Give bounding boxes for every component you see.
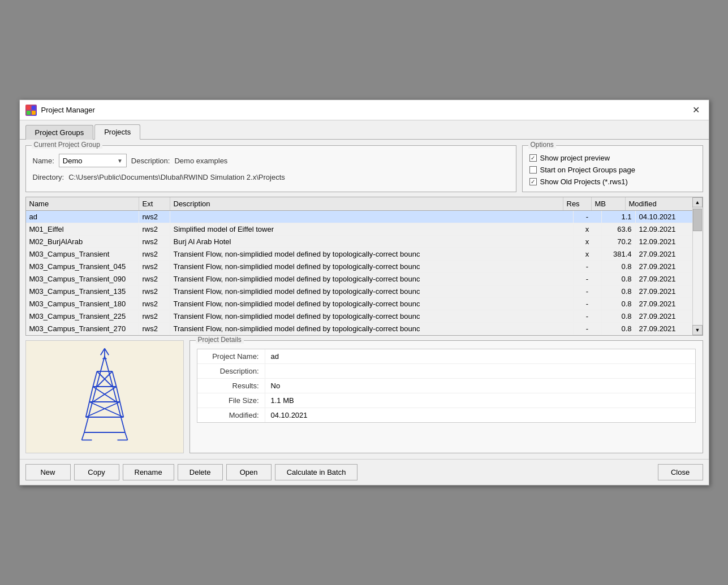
detail-value: 1.1 MB [265, 393, 695, 408]
cell-description: Burj Al Arab Hotel [170, 236, 574, 248]
table-row[interactable]: M03_Campus_Transient_090 rws2 Transient … [26, 273, 692, 285]
cell-res: - [574, 323, 602, 335]
cell-name: M02_BurjAlArab [26, 236, 139, 248]
cell-mb: 70.2 [602, 236, 636, 248]
cell-name: ad [26, 211, 139, 223]
description-value: Demo examples [174, 157, 227, 165]
new-button[interactable]: New [25, 464, 71, 480]
cell-ext: rws2 [139, 211, 170, 223]
cell-mb: 0.8 [602, 285, 636, 297]
svg-line-28 [125, 432, 128, 440]
directory-value: C:\Users\Public\Documents\Dlubal\RWIND S… [68, 173, 285, 181]
cell-modified: 27.09.2021 [636, 310, 692, 322]
svg-rect-1 [32, 106, 36, 110]
cell-ext: rws2 [139, 223, 170, 235]
cell-ext: rws2 [139, 261, 170, 272]
name-row: Name: Demo ▼ Description: Demo examples [33, 154, 509, 167]
cell-res: - [574, 211, 602, 223]
cell-res: - [574, 298, 602, 310]
table-scrollbar[interactable]: ▲ ▼ [692, 197, 703, 335]
svg-line-13 [89, 387, 93, 402]
scroll-up-button[interactable]: ▲ [692, 197, 703, 207]
directory-label: Directory: [33, 173, 64, 181]
table-row[interactable]: M03_Campus_Transient_045 rws2 Transient … [26, 261, 692, 273]
start-groups-checkbox[interactable] [529, 166, 537, 174]
col-res: Res [563, 197, 592, 210]
cell-ext: rws2 [139, 248, 170, 260]
table-row[interactable]: ad rws2 - 1.1 04.10.2021 [26, 211, 692, 223]
cell-description: Simplified model of Eiffel tower [170, 223, 574, 235]
cell-name: M03_Campus_Transient_180 [26, 298, 139, 310]
col-description: Description [170, 197, 563, 210]
svg-rect-0 [27, 106, 31, 110]
button-bar: New Copy Rename Delete Open Calculate in… [20, 459, 709, 485]
table-row[interactable]: M03_Campus_Transient_180 rws2 Transient … [26, 298, 692, 310]
table-row[interactable]: M01_Eiffel rws2 Simplified model of Eiff… [26, 223, 692, 236]
cell-res: x [574, 248, 602, 260]
detail-value: ad [265, 349, 695, 363]
detail-value: 04.10.2021 [265, 408, 695, 422]
scroll-down-button[interactable]: ▼ [692, 325, 703, 335]
current-project-form: Name: Demo ▼ Description: Demo examples … [33, 154, 509, 181]
cell-res: - [574, 273, 602, 285]
show-old-checkbox[interactable] [529, 178, 537, 185]
description-label: Description: [131, 157, 170, 165]
cell-mb: 0.8 [602, 310, 636, 322]
cell-description: Transient Flow, non-simplidied model def… [170, 310, 574, 322]
window-close-button[interactable]: ✕ [690, 103, 703, 117]
cell-description: Transient Flow, non-simplidied model def… [170, 285, 574, 297]
project-details-title: Project Details [196, 336, 244, 344]
svg-line-11 [93, 371, 97, 387]
detail-label: File Size: [197, 393, 265, 408]
col-name: Name [26, 197, 139, 210]
cell-mb: 1.1 [602, 211, 636, 223]
col-modified: Modified [626, 197, 682, 210]
tab-project-groups[interactable]: Project Groups [25, 125, 94, 140]
copy-button[interactable]: Copy [74, 464, 119, 480]
current-project-group-title: Current Project Group [32, 141, 102, 149]
project-details-box: Project Details Project Name: ad Descrip… [189, 340, 703, 453]
svg-line-14 [116, 387, 119, 402]
tab-projects[interactable]: Projects [94, 124, 140, 140]
detail-label: Results: [197, 379, 265, 393]
svg-line-27 [81, 432, 84, 440]
svg-line-25 [100, 349, 104, 356]
current-project-group-box: Current Project Group Name: Demo ▼ Descr… [25, 145, 516, 192]
cell-modified: 27.09.2021 [636, 323, 692, 335]
svg-line-21 [89, 402, 123, 417]
scroll-thumb[interactable] [693, 209, 702, 231]
table-row[interactable]: M03_Campus_Transient_135 rws2 Transient … [26, 285, 692, 298]
cell-modified: 27.09.2021 [636, 298, 692, 310]
option-start-groups: Start on Project Groups page [529, 166, 696, 174]
table-row[interactable]: M02_BurjAlArab rws2 Burj Al Arab Hotel x… [26, 236, 692, 248]
dropdown-arrow-icon: ▼ [117, 158, 123, 164]
table-row[interactable]: M03_Campus_Transient_225 rws2 Transient … [26, 310, 692, 323]
open-button[interactable]: Open [226, 464, 272, 480]
calculate-button[interactable]: Calculate in Batch [275, 464, 358, 480]
name-dropdown[interactable]: Demo ▼ [59, 154, 127, 167]
name-label: Name: [33, 157, 54, 165]
cell-name: M03_Campus_Transient_090 [26, 273, 139, 285]
close-button[interactable]: Close [658, 464, 703, 480]
cell-modified: 27.09.2021 [636, 273, 692, 285]
cell-res: - [574, 285, 602, 297]
table-header: Name Ext Description Res MB Modified [26, 197, 692, 211]
cell-ext: rws2 [139, 298, 170, 310]
cell-modified: 12.09.2021 [636, 236, 692, 248]
table-row[interactable]: M03_Campus_Transient rws2 Transient Flow… [26, 248, 692, 261]
cell-mb: 0.8 [602, 261, 636, 272]
cell-modified: 27.09.2021 [636, 248, 692, 260]
cell-modified: 27.09.2021 [636, 261, 692, 272]
delete-button[interactable]: Delete [178, 464, 223, 480]
option-show-old: Show Old Projects (*.rws1) [529, 177, 696, 186]
cell-mb: 63.6 [602, 223, 636, 235]
show-preview-checkbox[interactable] [529, 154, 537, 162]
start-groups-label: Start on Project Groups page [540, 166, 635, 174]
svg-line-12 [112, 371, 116, 387]
rename-button[interactable]: Rename [123, 464, 174, 480]
svg-rect-2 [27, 111, 31, 115]
detail-label: Description: [197, 364, 265, 378]
table-row[interactable]: M03_Campus_Transient_270 rws2 Transient … [26, 323, 692, 335]
svg-line-26 [105, 349, 109, 356]
detail-value [265, 364, 695, 378]
